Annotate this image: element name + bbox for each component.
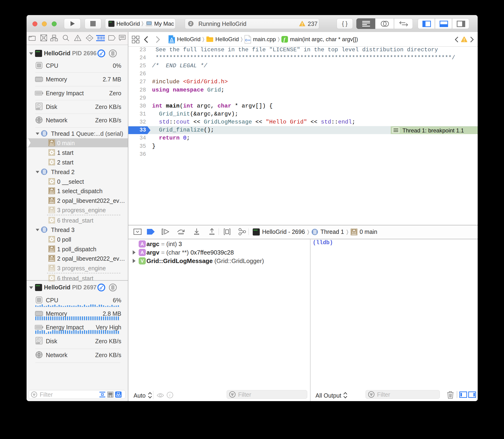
- svg-text:C++: C++: [245, 38, 251, 42]
- svg-text:i: i: [169, 393, 170, 397]
